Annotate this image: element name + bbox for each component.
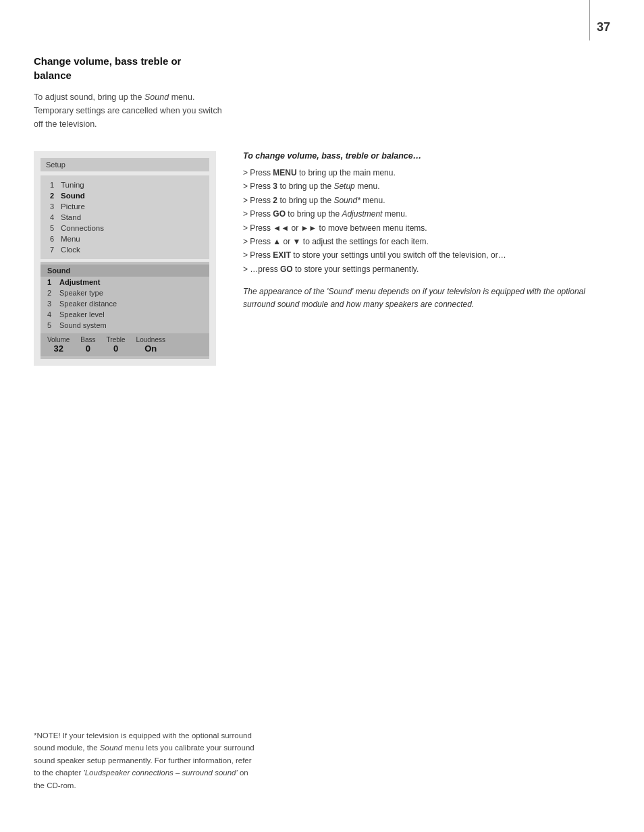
step-press-go: press GO to store your settings permanen…	[243, 262, 610, 276]
menu-item-picture: 3 Picture	[47, 201, 203, 212]
menu-item-stand: 4 Stand	[47, 212, 203, 223]
values-bar: Volume 32 Bass 0 Treble 0 Loudness	[41, 333, 209, 356]
step-2: Press 2 to bring up the Sound* menu.	[243, 194, 610, 207]
page-title: Change volume, bass treble or balance	[34, 54, 610, 82]
page-container: 37 Change volume, bass treble or balance…	[0, 0, 644, 832]
left-column: Setup 1 Tuning 2 Sound 3 Picture	[34, 151, 223, 366]
right-border-line	[589, 0, 590, 40]
step-arrows-ud: Press ▲ or ▼ to adjust the settings for …	[243, 235, 610, 248]
right-column: To change volume, bass, treble or balanc…	[243, 151, 610, 312]
instruction-title: To change volume, bass, treble or balanc…	[243, 151, 610, 161]
menu-item-clock: 7 Clock	[47, 244, 203, 255]
title-section: Change volume, bass treble or balance To…	[34, 54, 610, 131]
volume-value: Volume 32	[47, 336, 70, 354]
submenu-speaker-level: 4 Speaker level	[41, 309, 209, 320]
menu-item-menu: 6 Menu	[47, 233, 203, 244]
menu-setup-header: Setup	[41, 158, 209, 171]
submenu-adjustment: 1 Adjustment	[41, 277, 209, 287]
main-menu: 1 Tuning 2 Sound 3 Picture 4 Stand	[41, 175, 209, 259]
menu-item-connections: 5 Connections	[47, 223, 203, 233]
step-3: Press 3 to bring up the Setup menu.	[243, 179, 610, 193]
page-number: 37	[597, 20, 610, 34]
bass-value: Bass 0	[80, 336, 95, 354]
instruction-list: Press MENU to bring up the main menu. Pr…	[243, 166, 610, 276]
intro-text: To adjust sound, bring up the Sound menu…	[34, 90, 223, 131]
submenu-sound: Sound 1 Adjustment 2 Speaker type 3 Spea…	[41, 262, 209, 359]
footnote: *NOTE! If your television is equipped wi…	[34, 729, 257, 792]
menu-screenshot: Setup 1 Tuning 2 Sound 3 Picture	[34, 151, 216, 366]
step-menu: Press MENU to bring up the main menu.	[243, 166, 610, 179]
step-go: Press GO to bring up the Adjustment menu…	[243, 207, 610, 221]
step-exit: Press EXIT to store your settings until …	[243, 248, 610, 262]
submenu-sound-system: 5 Sound system	[41, 320, 209, 331]
note-text: The appearance of the 'Sound' menu depen…	[243, 285, 610, 311]
submenu-speaker-distance: 3 Speaker distance	[41, 298, 209, 309]
menu-item-tuning: 1 Tuning	[47, 179, 203, 190]
submenu-speaker-type: 2 Speaker type	[41, 287, 209, 298]
step-arrows-lr: Press ◄◄ or ►► to move between menu item…	[243, 221, 610, 235]
treble-value: Treble 0	[107, 336, 126, 354]
submenu-header: Sound	[41, 265, 209, 277]
loudness-value: Loudness On	[136, 336, 165, 354]
content-area: Setup 1 Tuning 2 Sound 3 Picture	[34, 151, 610, 366]
menu-item-sound: 2 Sound	[47, 190, 203, 201]
